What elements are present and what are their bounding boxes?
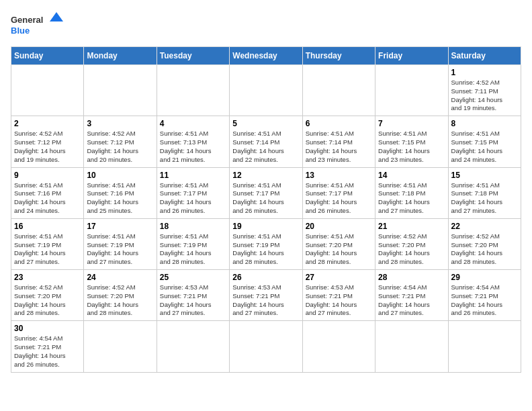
- day-info: Sunrise: 4:51 AMSunset: 7:18 PMDaylight:…: [451, 181, 518, 216]
- calendar-cell: [375, 65, 448, 116]
- day-number: 29: [451, 273, 518, 282]
- calendar-cell: 2Sunrise: 4:52 AMSunset: 7:12 PMDaylight…: [11, 116, 84, 167]
- day-info: Sunrise: 4:53 AMSunset: 7:21 PMDaylight:…: [160, 283, 226, 318]
- calendar-cell: [448, 321, 521, 372]
- day-number: 27: [306, 273, 372, 282]
- calendar-cell: 12Sunrise: 4:51 AMSunset: 7:17 PMDayligh…: [230, 167, 302, 218]
- day-info: Sunrise: 4:51 AMSunset: 7:14 PMDaylight:…: [306, 130, 372, 164]
- calendar-cell: [157, 65, 229, 116]
- calendar-cell: 10Sunrise: 4:51 AMSunset: 7:16 PMDayligh…: [84, 167, 157, 218]
- calendar-cell: 16Sunrise: 4:51 AMSunset: 7:19 PMDayligh…: [11, 218, 84, 269]
- calendar-cell: 6Sunrise: 4:51 AMSunset: 7:14 PMDaylight…: [302, 116, 375, 167]
- weekday-header-thursday: Thursday: [302, 47, 375, 65]
- calendar-cell: [230, 321, 302, 372]
- day-number: 26: [232, 273, 299, 282]
- day-info: Sunrise: 4:51 AMSunset: 7:15 PMDaylight:…: [378, 130, 445, 164]
- day-number: 23: [14, 273, 81, 282]
- day-number: 6: [306, 119, 372, 128]
- day-number: 5: [232, 119, 299, 128]
- calendar-cell: 5Sunrise: 4:51 AMSunset: 7:14 PMDaylight…: [230, 116, 302, 167]
- day-number: 11: [160, 171, 226, 180]
- day-number: 20: [306, 222, 372, 231]
- day-number: 10: [87, 171, 153, 180]
- calendar-cell: 24Sunrise: 4:52 AMSunset: 7:20 PMDayligh…: [84, 270, 157, 321]
- day-info: Sunrise: 4:52 AMSunset: 7:11 PMDaylight:…: [451, 79, 518, 113]
- calendar-cell: 15Sunrise: 4:51 AMSunset: 7:18 PMDayligh…: [448, 167, 521, 218]
- day-info: Sunrise: 4:54 AMSunset: 7:21 PMDaylight:…: [451, 283, 518, 318]
- day-number: 25: [160, 273, 226, 282]
- day-info: Sunrise: 4:52 AMSunset: 7:12 PMDaylight:…: [14, 130, 81, 164]
- day-number: 9: [14, 171, 81, 180]
- calendar-cell: 20Sunrise: 4:51 AMSunset: 7:20 PMDayligh…: [302, 218, 375, 269]
- calendar-table: SundayMondayTuesdayWednesdayThursdayFrid…: [11, 46, 521, 373]
- day-info: Sunrise: 4:52 AMSunset: 7:20 PMDaylight:…: [14, 283, 81, 318]
- logo: General Blue: [11, 11, 64, 41]
- weekday-header-tuesday: Tuesday: [157, 47, 229, 65]
- calendar-cell: 22Sunrise: 4:52 AMSunset: 7:20 PMDayligh…: [448, 218, 521, 269]
- day-number: 14: [378, 171, 445, 180]
- calendar-cell: 26Sunrise: 4:53 AMSunset: 7:21 PMDayligh…: [230, 270, 302, 321]
- weekday-header-monday: Monday: [84, 47, 157, 65]
- day-info: Sunrise: 4:52 AMSunset: 7:20 PMDaylight:…: [451, 232, 518, 267]
- day-info: Sunrise: 4:51 AMSunset: 7:14 PMDaylight:…: [232, 130, 299, 164]
- day-number: 21: [378, 222, 445, 231]
- day-info: Sunrise: 4:51 AMSunset: 7:20 PMDaylight:…: [306, 232, 372, 267]
- day-info: Sunrise: 4:54 AMSunset: 7:21 PMDaylight:…: [14, 334, 81, 369]
- calendar-cell: [375, 321, 448, 372]
- calendar-cell: 23Sunrise: 4:52 AMSunset: 7:20 PMDayligh…: [11, 270, 84, 321]
- day-info: Sunrise: 4:51 AMSunset: 7:17 PMDaylight:…: [160, 181, 226, 216]
- calendar-cell: 17Sunrise: 4:51 AMSunset: 7:19 PMDayligh…: [84, 218, 157, 269]
- calendar-cell: 13Sunrise: 4:51 AMSunset: 7:17 PMDayligh…: [302, 167, 375, 218]
- week-row-3: 16Sunrise: 4:51 AMSunset: 7:19 PMDayligh…: [11, 218, 521, 269]
- calendar-cell: [157, 321, 229, 372]
- calendar-cell: 1Sunrise: 4:52 AMSunset: 7:11 PMDaylight…: [448, 65, 521, 116]
- day-info: Sunrise: 4:51 AMSunset: 7:19 PMDaylight:…: [232, 232, 299, 267]
- weekday-header-friday: Friday: [375, 47, 448, 65]
- svg-text:Blue: Blue: [11, 26, 30, 36]
- calendar-cell: 30Sunrise: 4:54 AMSunset: 7:21 PMDayligh…: [11, 321, 84, 372]
- calendar-cell: 4Sunrise: 4:51 AMSunset: 7:13 PMDaylight…: [157, 116, 229, 167]
- calendar-cell: 14Sunrise: 4:51 AMSunset: 7:18 PMDayligh…: [375, 167, 448, 218]
- day-info: Sunrise: 4:51 AMSunset: 7:17 PMDaylight:…: [306, 181, 372, 216]
- day-info: Sunrise: 4:51 AMSunset: 7:16 PMDaylight:…: [87, 181, 153, 216]
- weekday-header-sunday: Sunday: [11, 47, 84, 65]
- day-info: Sunrise: 4:51 AMSunset: 7:19 PMDaylight:…: [160, 232, 226, 267]
- day-number: 16: [14, 222, 81, 231]
- svg-text:General: General: [11, 15, 43, 25]
- calendar-cell: [84, 321, 157, 372]
- calendar-cell: [302, 65, 375, 116]
- day-number: 12: [232, 171, 299, 180]
- day-number: 18: [160, 222, 226, 231]
- week-row-2: 9Sunrise: 4:51 AMSunset: 7:16 PMDaylight…: [11, 167, 521, 218]
- day-number: 22: [451, 222, 518, 231]
- calendar-cell: 29Sunrise: 4:54 AMSunset: 7:21 PMDayligh…: [448, 270, 521, 321]
- weekday-header-wednesday: Wednesday: [230, 47, 302, 65]
- svg-marker-2: [50, 12, 63, 21]
- weekday-header-saturday: Saturday: [448, 47, 521, 65]
- day-info: Sunrise: 4:54 AMSunset: 7:21 PMDaylight:…: [378, 283, 445, 318]
- calendar-cell: 21Sunrise: 4:52 AMSunset: 7:20 PMDayligh…: [375, 218, 448, 269]
- day-number: 28: [378, 273, 445, 282]
- day-info: Sunrise: 4:51 AMSunset: 7:15 PMDaylight:…: [451, 130, 518, 164]
- calendar-cell: [84, 65, 157, 116]
- day-info: Sunrise: 4:51 AMSunset: 7:18 PMDaylight:…: [378, 181, 445, 216]
- day-info: Sunrise: 4:51 AMSunset: 7:16 PMDaylight:…: [14, 181, 81, 216]
- week-row-1: 2Sunrise: 4:52 AMSunset: 7:12 PMDaylight…: [11, 116, 521, 167]
- day-number: 19: [232, 222, 299, 231]
- day-info: Sunrise: 4:52 AMSunset: 7:20 PMDaylight:…: [87, 283, 153, 318]
- week-row-4: 23Sunrise: 4:52 AMSunset: 7:20 PMDayligh…: [11, 270, 521, 321]
- day-number: 1: [451, 68, 518, 77]
- day-info: Sunrise: 4:52 AMSunset: 7:20 PMDaylight:…: [378, 232, 445, 267]
- day-number: 24: [87, 273, 153, 282]
- calendar-cell: 3Sunrise: 4:52 AMSunset: 7:12 PMDaylight…: [84, 116, 157, 167]
- calendar-cell: 7Sunrise: 4:51 AMSunset: 7:15 PMDaylight…: [375, 116, 448, 167]
- day-number: 2: [14, 119, 81, 128]
- generalblue-logo: General Blue: [11, 11, 64, 41]
- week-row-5: 30Sunrise: 4:54 AMSunset: 7:21 PMDayligh…: [11, 321, 521, 372]
- calendar-cell: 28Sunrise: 4:54 AMSunset: 7:21 PMDayligh…: [375, 270, 448, 321]
- day-info: Sunrise: 4:51 AMSunset: 7:19 PMDaylight:…: [14, 232, 81, 267]
- day-number: 17: [87, 222, 153, 231]
- day-info: Sunrise: 4:52 AMSunset: 7:12 PMDaylight:…: [87, 130, 153, 164]
- header: General Blue: [11, 11, 521, 41]
- day-info: Sunrise: 4:51 AMSunset: 7:17 PMDaylight:…: [232, 181, 299, 216]
